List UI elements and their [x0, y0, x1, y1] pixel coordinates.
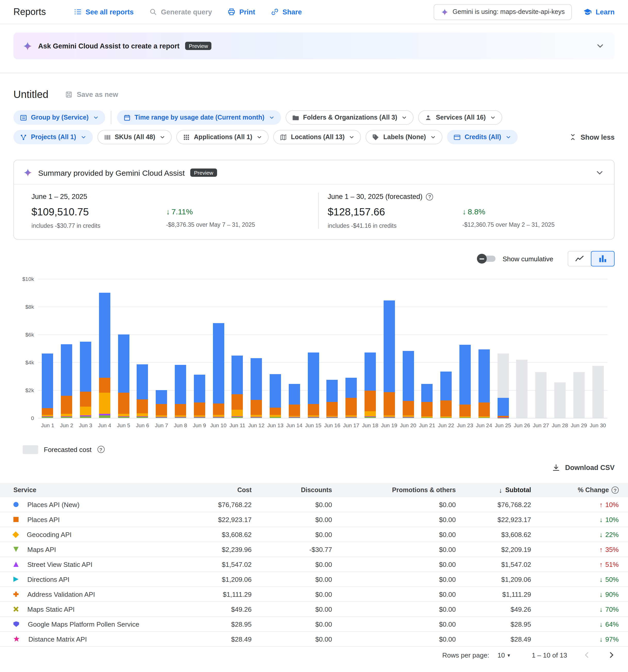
show-cumulative-toggle[interactable]: [478, 256, 495, 262]
line-chart-button[interactable]: [568, 251, 591, 266]
discounts-value: $0.00: [252, 531, 332, 538]
bar-jun-7[interactable]: Jun 7: [152, 279, 171, 418]
x-tick-label: Jun 25: [495, 422, 511, 428]
col-promotions-header[interactable]: Promotions & others: [332, 486, 456, 494]
filter-chip-skus[interactable]: SKUs (All 48): [97, 130, 172, 144]
bar-jun-16[interactable]: Jun 16: [323, 279, 342, 418]
bar-jun-13[interactable]: Jun 13: [266, 279, 285, 418]
filter-chip-label: Labels (None): [383, 134, 426, 141]
gemini-context-chip[interactable]: Gemini is using: maps-devsite-api-keys: [434, 4, 572, 20]
generate-query-link[interactable]: Generate query: [149, 8, 212, 16]
bar-jun-19[interactable]: Jun 19: [380, 279, 399, 418]
table-row[interactable]: Address Validation API$1,111.29$0.00$0.0…: [0, 587, 628, 602]
col-change-header[interactable]: % Change: [531, 486, 619, 494]
percent-change: ↓90%: [531, 590, 619, 598]
group-by-icon: [20, 114, 27, 121]
help-icon[interactable]: [611, 486, 619, 494]
bar-jun-28[interactable]: Jun 28: [551, 279, 569, 418]
bar-jun-9[interactable]: Jun 9: [190, 279, 209, 418]
filter-chip-folder[interactable]: Folders & Organizations (All 3): [286, 110, 414, 125]
up-arrow-icon: ↑: [599, 560, 603, 568]
filter-chip-services[interactable]: Services (All 16): [418, 110, 502, 125]
bar-jun-26[interactable]: Jun 26: [512, 279, 532, 418]
bar-jun-4[interactable]: Jun 4: [95, 279, 114, 418]
help-icon[interactable]: [426, 193, 433, 200]
save-as-new-button[interactable]: Save as new: [65, 91, 118, 98]
share-button[interactable]: Share: [271, 8, 302, 16]
filter-chip-label: Services (All 16): [436, 114, 486, 121]
y-tick-label: $10k: [22, 276, 34, 282]
filter-chip-locations[interactable]: Locations (All 13): [273, 130, 361, 144]
rows-per-page-label: Rows per page:: [442, 651, 489, 659]
bar-jun-1[interactable]: Jun 1: [38, 279, 57, 418]
bar-jun-29[interactable]: Jun 29: [569, 279, 588, 418]
bar-jun-18[interactable]: Jun 18: [360, 279, 380, 418]
filter-chip-calendar[interactable]: Time range by usage date (Current month): [117, 110, 281, 125]
col-discounts-header[interactable]: Discounts: [252, 486, 332, 494]
prev-page-button[interactable]: [582, 650, 592, 660]
chevron-down-icon[interactable]: [595, 41, 605, 51]
gemini-banner[interactable]: Ask Gemini Cloud Assist to create a repo…: [14, 32, 614, 59]
bar-jun-25[interactable]: Jun 25: [493, 279, 512, 418]
bar-jun-5[interactable]: Jun 5: [114, 279, 133, 418]
summary-current: June 1 – 25, 2025 $109,510.75 includes -…: [14, 193, 318, 229]
bar-jun-15[interactable]: Jun 15: [304, 279, 323, 418]
table-row[interactable]: Places API$22,923.17$0.00$0.00$22,923.17…: [0, 512, 628, 527]
table-row[interactable]: Distance Matrix API$28.49$0.00$0.00$28.4…: [0, 632, 628, 647]
table-row[interactable]: Directions API$1,209.06$0.00$0.00$1,209.…: [0, 572, 628, 587]
bar-jun-21[interactable]: Jun 21: [418, 279, 437, 418]
folder-icon: [292, 114, 300, 121]
bar-jun-27[interactable]: Jun 27: [531, 279, 551, 418]
filter-chip-labels[interactable]: Labels (None): [366, 130, 442, 144]
bar-jun-23[interactable]: Jun 23: [456, 279, 474, 418]
download-row: Download CSV: [14, 460, 614, 475]
series-marker-diamond-icon: [13, 531, 19, 537]
series-marker-triangle-down-icon: [14, 547, 19, 552]
bar-jun-24[interactable]: Jun 24: [474, 279, 494, 418]
col-service-header[interactable]: Service: [14, 486, 174, 494]
bar-jun-10[interactable]: Jun 10: [209, 279, 228, 418]
next-page-button[interactable]: [606, 650, 617, 660]
bar-jun-3[interactable]: Jun 3: [76, 279, 95, 418]
up-arrow-icon: ↑: [599, 501, 603, 508]
bar-jun-11[interactable]: Jun 11: [228, 279, 247, 418]
table-row[interactable]: Maps Static API$49.26$0.00$0.00$49.26↓70…: [0, 602, 628, 617]
table-row[interactable]: Maps API$2,239.96-$30.77$0.00$2,209.19↑3…: [0, 542, 628, 557]
table-row[interactable]: Street View Static API$1,547.02$0.00$0.0…: [0, 557, 628, 572]
table-row[interactable]: Google Maps Platform Pollen Service$28.9…: [0, 617, 628, 632]
chart-legend: Forecasted cost: [23, 445, 614, 454]
col-subtotal-header[interactable]: ↓ Subtotal: [456, 486, 531, 494]
filter-chip-applications[interactable]: Applications (All 1): [176, 130, 269, 144]
show-less-button[interactable]: Show less: [569, 133, 614, 141]
bar-jun-22[interactable]: Jun 22: [437, 279, 456, 418]
bar-chart-button[interactable]: [591, 251, 614, 266]
download-csv-button[interactable]: Download CSV: [552, 463, 614, 472]
see-all-reports-link[interactable]: See all reports: [74, 8, 134, 16]
bar-jun-12[interactable]: Jun 12: [247, 279, 266, 418]
print-icon: [227, 8, 236, 16]
help-icon[interactable]: [97, 446, 104, 453]
bar-jun-8[interactable]: Jun 8: [171, 279, 190, 418]
bar-jun-2[interactable]: Jun 2: [57, 279, 76, 418]
series-marker-triangle-right-icon: [14, 577, 19, 582]
bar-jun-14[interactable]: Jun 14: [285, 279, 304, 418]
chevron-down-icon[interactable]: [595, 167, 605, 178]
x-tick-label: Jun 4: [98, 422, 111, 428]
bar-jun-20[interactable]: Jun 20: [399, 279, 418, 418]
filter-chip-credits[interactable]: Credits (All): [447, 130, 518, 144]
table-row[interactable]: Geocoding API$3,608.62$0.00$0.00$3,608.6…: [0, 527, 628, 542]
bar-jun-17[interactable]: Jun 17: [342, 279, 361, 418]
print-button[interactable]: Print: [227, 8, 255, 16]
gemini-banner-section: Ask Gemini Cloud Assist to create a repo…: [0, 24, 628, 73]
daily-cost-chart: $10k$8k$6k$4k$2k0 Jun 1Jun 2Jun 3Jun 4Ju…: [14, 267, 614, 432]
filter-chip-group-by[interactable]: Group by (Service): [14, 110, 105, 125]
filter-chip-projects[interactable]: Projects (All 1): [14, 130, 93, 144]
rows-per-page-select[interactable]: 10 ▾: [497, 651, 510, 659]
x-tick-label: Jun 2: [60, 422, 73, 428]
bar-jun-6[interactable]: Jun 6: [133, 279, 152, 418]
col-cost-header[interactable]: Cost: [174, 486, 252, 494]
bar-jun-30[interactable]: Jun 30: [588, 279, 607, 418]
table-row[interactable]: Places API (New)$76,768.22$0.00$0.00$76,…: [0, 497, 628, 512]
share-label: Share: [282, 8, 302, 16]
learn-link[interactable]: Learn: [583, 7, 614, 16]
